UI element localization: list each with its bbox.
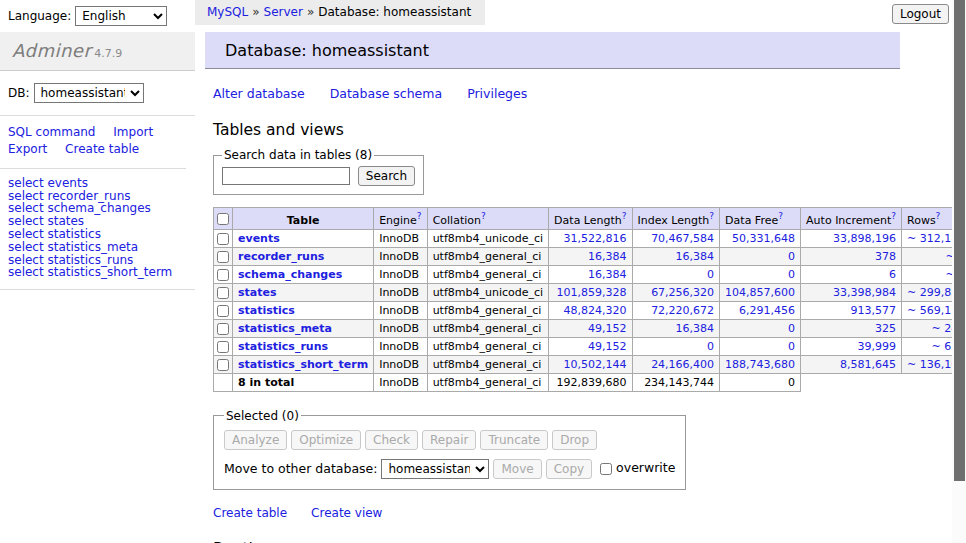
sidebar: Language:English Adminer4.7.9 DB:homeass… (0, 0, 195, 290)
table-link[interactable]: states (238, 286, 277, 299)
table-link[interactable]: schema_changes (238, 268, 342, 281)
index-length-link[interactable]: 70,467,584 (638, 232, 715, 245)
sidebar-action-link[interactable]: Import (113, 125, 153, 139)
sidebar-select-link[interactable]: select statistics_meta (8, 241, 187, 254)
sidebar-select-link[interactable]: select statistics (8, 228, 187, 241)
table-link[interactable]: statistics (238, 304, 295, 317)
row-checkbox-cell (214, 319, 233, 337)
selected-action-button[interactable]: Analyze (224, 430, 287, 450)
sidebar-action-link[interactable]: Export (8, 142, 47, 156)
collation-cell: utf8mb4_general_ci (427, 247, 548, 265)
overwrite-checkbox[interactable] (600, 463, 612, 475)
column-hint-link[interactable]: ? (622, 211, 627, 221)
breadcrumb-server-link[interactable]: Server (264, 5, 303, 19)
selected-action-button[interactable]: Optimize (291, 430, 361, 450)
column-header: Collation? (427, 208, 548, 230)
row-checkbox[interactable] (217, 305, 229, 317)
auto-increment-link[interactable]: 33,898,196 (806, 232, 896, 245)
logout-button[interactable]: Logout (892, 4, 949, 24)
table-link[interactable]: statistics_runs (238, 340, 328, 353)
data-free-link[interactable]: 50,331,648 (725, 232, 795, 245)
db-select[interactable]: homeassistant (34, 83, 144, 103)
data-length-link[interactable]: 31,522,816 (554, 232, 626, 245)
data-length-link[interactable]: 48,824,320 (554, 304, 626, 317)
page-link[interactable]: Privileges (467, 86, 527, 101)
auto-increment-link[interactable]: 378 (806, 250, 896, 263)
data-free-link[interactable]: 0 (725, 250, 795, 263)
selected-action-button[interactable]: Drop (552, 430, 597, 450)
index-length-cell: 24,166,400 (632, 355, 720, 373)
data-length-link[interactable]: 49,152 (554, 322, 626, 335)
row-checkbox[interactable] (217, 251, 229, 263)
data-length-link[interactable]: 101,859,328 (554, 286, 626, 299)
auto-increment-link[interactable]: 33,398,984 (806, 286, 896, 299)
sidebar-action-link[interactable]: Create table (65, 142, 139, 156)
index-length-link[interactable]: 16,384 (638, 250, 715, 263)
data-length-link[interactable]: 49,152 (554, 340, 626, 353)
page-link[interactable]: Database schema (330, 86, 442, 101)
data-length-link[interactable]: 16,384 (554, 268, 626, 281)
row-checkbox[interactable] (217, 341, 229, 353)
data-free-link[interactable]: 0 (725, 340, 795, 353)
auto-increment-link[interactable]: 39,999 (806, 340, 896, 353)
move-button[interactable]: Move (493, 459, 541, 479)
totals-collation: utf8mb4_general_ci (427, 373, 548, 391)
column-hint-link[interactable]: ? (891, 211, 896, 221)
row-checkbox[interactable] (217, 359, 229, 371)
auto-increment-link[interactable]: 325 (806, 322, 896, 335)
row-checkbox[interactable] (217, 233, 229, 245)
copy-button[interactable]: Copy (546, 459, 592, 479)
data-length-link[interactable]: 10,502,144 (554, 358, 626, 371)
column-hint-link[interactable]: ? (709, 211, 714, 221)
selected-action-button[interactable]: Repair (422, 430, 476, 450)
index-length-link[interactable]: 0 (638, 340, 715, 353)
data-free-link[interactable]: 104,857,600 (725, 286, 795, 299)
data-free-link[interactable]: 0 (725, 268, 795, 281)
row-checkbox[interactable] (217, 269, 229, 281)
sidebar-select-link[interactable]: select events (8, 177, 187, 190)
sidebar-select-link[interactable]: select statistics_short_term (8, 266, 187, 279)
data-free-link[interactable]: 188,743,680 (725, 358, 795, 371)
index-length-link[interactable]: 72,220,672 (638, 304, 715, 317)
table-link[interactable]: events (238, 232, 280, 245)
index-length-cell: 16,384 (632, 247, 720, 265)
table-link[interactable]: recorder_runs (238, 250, 324, 263)
move-database-select[interactable]: homeassistant (381, 459, 489, 479)
vertical-scrollbar[interactable] (952, 0, 966, 543)
column-hint-link[interactable]: ? (481, 211, 486, 221)
column-hint-link[interactable]: ? (936, 211, 941, 221)
index-length-link[interactable]: 67,256,320 (638, 286, 715, 299)
search-button[interactable]: Search (358, 166, 415, 186)
index-length-link[interactable]: 24,166,400 (638, 358, 715, 371)
row-checkbox[interactable] (217, 323, 229, 335)
sidebar-action-link[interactable]: SQL command (8, 125, 95, 139)
page-link[interactable]: Alter database (213, 86, 305, 101)
brand-name[interactable]: Adminer (12, 40, 91, 61)
column-hint-link[interactable]: ? (778, 211, 783, 221)
scrollbar-thumb[interactable] (954, 0, 965, 481)
table-link[interactable]: statistics_meta (238, 322, 332, 335)
search-input[interactable] (222, 167, 350, 185)
index-length-link[interactable]: 0 (638, 268, 715, 281)
column-hint-link[interactable]: ? (417, 211, 422, 221)
row-checkbox[interactable] (217, 287, 229, 299)
selected-action-button[interactable]: Check (365, 430, 418, 450)
auto-increment-cell: 325 (801, 319, 902, 337)
auto-increment-link[interactable]: 913,577 (806, 304, 896, 317)
index-length-link[interactable]: 16,384 (638, 322, 715, 335)
sidebar-table-links: select eventsselect recorder_runsselect … (0, 169, 195, 290)
language-select[interactable]: English (75, 6, 167, 26)
data-free-link[interactable]: 0 (725, 322, 795, 335)
auto-increment-link[interactable]: 8,581,645 (806, 358, 896, 371)
data-length-link[interactable]: 16,384 (554, 250, 626, 263)
page-link[interactable]: Create view (311, 506, 382, 520)
table-link[interactable]: statistics_short_term (238, 358, 368, 371)
page-link[interactable]: Create table (213, 506, 287, 520)
database-links: Alter databaseDatabase schemaPrivileges (213, 86, 952, 101)
select-all-checkbox[interactable] (217, 213, 229, 225)
table-row: statistics_runs InnoDB utf8mb4_general_c… (214, 337, 966, 355)
breadcrumb-mysql-link[interactable]: MySQL (207, 5, 248, 19)
auto-increment-link[interactable]: 6 (806, 268, 896, 281)
data-free-link[interactable]: 6,291,456 (725, 304, 795, 317)
selected-action-button[interactable]: Truncate (480, 430, 548, 450)
